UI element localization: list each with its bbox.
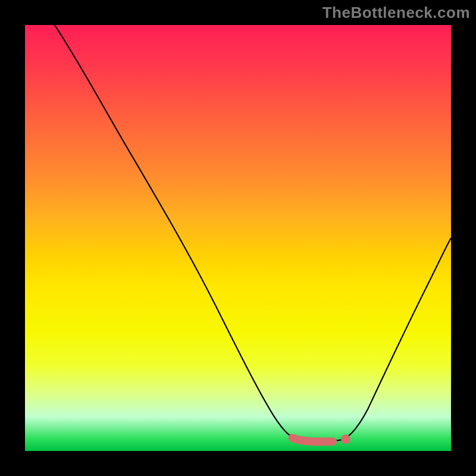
plot-area [24, 24, 452, 452]
bottom-dot-marker [341, 434, 350, 444]
chart-container: TheBottleneck.com [0, 0, 476, 476]
bottleneck-curve [55, 25, 451, 440]
bottom-dash-segment [292, 438, 333, 441]
chart-svg [25, 25, 451, 451]
watermark-text: TheBottleneck.com [322, 4, 470, 22]
